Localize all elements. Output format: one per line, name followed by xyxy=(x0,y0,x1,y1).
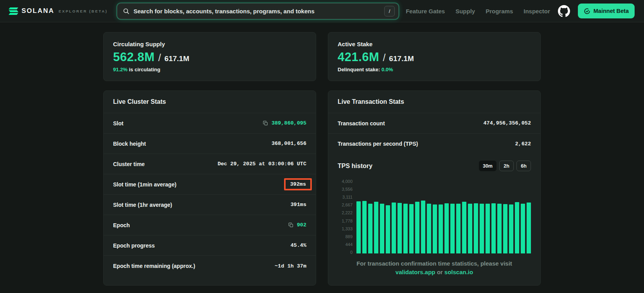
tps-bar xyxy=(509,204,513,253)
y-tick-label: 4,000 xyxy=(342,179,353,184)
tps-range-button-6h[interactable]: 6h xyxy=(516,161,531,171)
copy-icon[interactable] xyxy=(288,222,293,228)
main-content: Circulating Supply 562.8M / 617.1M 91.2%… xyxy=(103,22,541,286)
cluster-stats-table: Slot389,860,095Block height368,001,656Cl… xyxy=(104,113,316,276)
row-value-text: 368,001,656 xyxy=(272,141,306,146)
row-value-text: 902 xyxy=(297,222,306,228)
tps-bar xyxy=(380,204,384,253)
row-value-text: 474,956,356,052 xyxy=(483,120,531,126)
row-value: 392ms xyxy=(290,181,306,187)
row-label: Block height xyxy=(113,141,146,147)
solana-logo-icon xyxy=(9,7,18,15)
validators-app-link[interactable]: validators.app xyxy=(396,269,435,275)
row-value: 368,001,656 xyxy=(272,141,306,146)
circulating-note: 91.2% is circulating xyxy=(113,67,306,72)
transaction-stats-table: Transaction count474,956,356,052Transact… xyxy=(328,113,540,154)
check-circle-icon xyxy=(584,8,590,14)
table-row: Epoch time remaining (approx.)~1d 1h 37m xyxy=(104,256,316,276)
annotation-highlight-box: 392ms xyxy=(284,178,312,190)
y-tick-label: 1,778 xyxy=(342,219,353,223)
nav-link-supply[interactable]: Supply xyxy=(455,8,475,14)
y-tick-label: 3,111 xyxy=(342,195,353,199)
circulating-supply-card: Circulating Supply 562.8M / 617.1M 91.2%… xyxy=(103,32,316,81)
nav-link-inspector[interactable]: Inspector xyxy=(523,8,550,14)
row-label: Epoch time remaining (approx.) xyxy=(113,263,195,269)
tps-bar xyxy=(468,204,472,253)
row-label: Slot time (1hr average) xyxy=(113,202,172,208)
card-title: Live Transaction Stats xyxy=(328,91,540,113)
table-row: Slot time (1min average)392ms xyxy=(104,174,316,195)
tps-range-button-2h[interactable]: 2h xyxy=(499,161,514,171)
copy-icon[interactable] xyxy=(263,121,268,126)
y-tick-label: 444 xyxy=(345,242,353,247)
tps-bar xyxy=(491,203,496,253)
tps-bar xyxy=(480,204,484,253)
tps-bar xyxy=(356,201,361,253)
tps-bar xyxy=(403,204,408,253)
y-tick-label: 1,333 xyxy=(342,227,353,231)
search-shortcut-badge: / xyxy=(384,6,395,16)
tps-bar xyxy=(515,202,519,253)
navbar: SOLANA EXPLORER (BETA) / Feature GatesSu… xyxy=(0,0,644,22)
row-value: 45.4% xyxy=(290,242,306,248)
table-row: Epoch progress45.4% xyxy=(104,235,316,256)
tps-bar xyxy=(521,204,525,253)
tps-bar xyxy=(368,204,372,253)
table-row: Slot time (1hr average)391ms xyxy=(104,195,316,215)
tps-bar xyxy=(450,204,455,253)
search-icon xyxy=(123,8,130,14)
tps-bar xyxy=(398,203,402,253)
y-tick-label: 2,667 xyxy=(342,203,353,207)
nav-link-feature-gates[interactable]: Feature Gates xyxy=(406,8,445,14)
row-value: 2,622 xyxy=(515,141,531,147)
cluster-button[interactable]: Mainnet Beta xyxy=(578,4,635,18)
search-bar[interactable]: / xyxy=(117,3,399,19)
tps-bar xyxy=(462,202,466,253)
row-label: Epoch xyxy=(113,222,130,228)
tps-bar xyxy=(421,201,425,253)
y-tick-label: 889 xyxy=(345,235,353,239)
tps-range-buttons: 30m2h6h xyxy=(479,161,531,171)
row-label: Epoch progress xyxy=(113,242,155,249)
y-tick-label: 3,556 xyxy=(342,187,353,192)
tps-bar xyxy=(444,203,449,253)
live-cluster-stats-card: Live Cluster Stats Slot389,860,095Block … xyxy=(103,90,316,286)
nav-link-programs[interactable]: Programs xyxy=(486,8,513,14)
tps-bar xyxy=(374,202,378,253)
tps-bar xyxy=(527,203,531,253)
table-row: Transaction count474,956,356,052 xyxy=(328,113,540,134)
row-value: Dec 29, 2025 at 03:00:06 UTC xyxy=(218,161,306,167)
row-label: Transactions per second (TPS) xyxy=(338,141,418,147)
circulating-supply-value: 562.8M xyxy=(113,50,155,64)
row-value: ~1d 1h 37m xyxy=(275,263,306,269)
delinquent-stake-note: Delinquent stake: 0.0% xyxy=(338,67,531,72)
table-row: Block height368,001,656 xyxy=(104,134,316,154)
tps-bar xyxy=(386,205,390,253)
tps-bar xyxy=(497,204,502,253)
tps-history-chart: 4,0003,5563,1112,6672,2221,7781,33388944… xyxy=(328,174,540,253)
tps-range-button-30m[interactable]: 30m xyxy=(479,161,496,171)
github-icon[interactable] xyxy=(558,5,570,17)
card-title: Circulating Supply xyxy=(113,41,306,47)
row-value-text: 392ms xyxy=(290,181,306,187)
solana-logo[interactable]: SOLANA EXPLORER (BETA) xyxy=(9,7,108,15)
row-label: Transaction count xyxy=(338,120,385,127)
tps-bar xyxy=(409,204,414,253)
solscan-link[interactable]: solscan.io xyxy=(444,269,473,275)
card-title: Live Cluster Stats xyxy=(104,91,316,113)
transaction-stats-footer: For transaction confirmation time statis… xyxy=(328,253,540,285)
table-row: Transactions per second (TPS)2,622 xyxy=(328,134,540,154)
row-value-text: 389,860,095 xyxy=(272,120,306,126)
tps-bar xyxy=(392,203,396,253)
row-value-link[interactable]: 389,860,095 xyxy=(263,120,306,126)
row-value: 474,956,356,052 xyxy=(483,120,531,126)
live-transaction-stats-card: Live Transaction Stats Transaction count… xyxy=(328,90,541,286)
search-input[interactable] xyxy=(133,8,380,14)
row-value: 391ms xyxy=(290,202,306,208)
brand-suffix: EXPLORER (BETA) xyxy=(59,9,108,13)
brand-wordmark: SOLANA xyxy=(22,7,54,15)
tps-bar xyxy=(415,202,419,253)
tps-history-title: TPS history xyxy=(338,163,372,170)
row-value-link[interactable]: 902 xyxy=(288,222,306,228)
table-row: Epoch902 xyxy=(104,215,316,235)
